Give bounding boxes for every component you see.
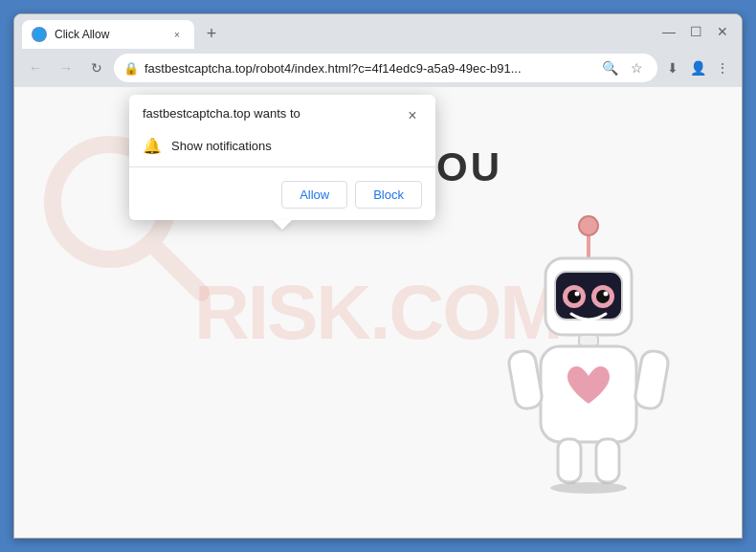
popup-permission-row: 🔔 Show notifications bbox=[129, 133, 435, 166]
svg-point-10 bbox=[575, 292, 580, 297]
search-icon[interactable]: 🔍 bbox=[598, 56, 621, 79]
svg-point-8 bbox=[567, 290, 581, 303]
svg-rect-15 bbox=[634, 349, 670, 410]
popup-header: fastbestcaptcha.top wants to × bbox=[129, 95, 435, 133]
tab-bar: 🌐 Click Allow × + bbox=[22, 14, 654, 49]
active-tab[interactable]: 🌐 Click Allow × bbox=[22, 20, 194, 49]
reload-button[interactable]: ↻ bbox=[83, 55, 110, 81]
popup-divider bbox=[129, 166, 435, 167]
profile-icon[interactable]: 👤 bbox=[686, 56, 709, 79]
address-bar-icons: 🔍 ☆ bbox=[598, 56, 648, 79]
popup-close-button[interactable]: × bbox=[403, 106, 422, 125]
maximize-button[interactable]: ☐ bbox=[684, 20, 707, 43]
close-window-button[interactable]: ✕ bbox=[711, 20, 734, 43]
tab-favicon: 🌐 bbox=[32, 27, 47, 42]
notification-popup: fastbestcaptcha.top wants to × 🔔 Show no… bbox=[129, 95, 435, 220]
url-text: fastbestcaptcha.top/robot4/index.html?c=… bbox=[145, 61, 592, 76]
lock-icon: 🔒 bbox=[123, 61, 139, 76]
title-bar: 🌐 Click Allow × + — ☐ ✕ bbox=[14, 14, 742, 49]
toolbar-right: ⬇ 👤 ⋮ bbox=[661, 56, 734, 79]
svg-point-11 bbox=[604, 292, 609, 297]
content-area: RISK.COM YOU bbox=[14, 87, 742, 538]
address-bar[interactable]: 🔒 fastbestcaptcha.top/robot4/index.html?… bbox=[114, 54, 657, 82]
minimize-button[interactable]: — bbox=[657, 20, 680, 43]
svg-rect-12 bbox=[579, 335, 598, 346]
svg-rect-14 bbox=[507, 349, 544, 410]
svg-rect-16 bbox=[558, 439, 581, 482]
bookmark-icon[interactable]: ☆ bbox=[625, 56, 648, 79]
forward-button[interactable]: → bbox=[53, 55, 79, 81]
svg-point-9 bbox=[596, 290, 610, 303]
back-button[interactable]: ← bbox=[22, 55, 49, 81]
robot-character bbox=[493, 212, 703, 519]
allow-button[interactable]: Allow bbox=[281, 181, 347, 209]
download-icon[interactable]: ⬇ bbox=[661, 56, 684, 79]
popup-title: fastbestcaptcha.top wants to bbox=[143, 106, 300, 121]
popup-arrow bbox=[273, 220, 292, 230]
tab-close-button[interactable]: × bbox=[169, 27, 185, 42]
new-tab-button[interactable]: + bbox=[198, 20, 225, 47]
popup-actions: Allow Block bbox=[129, 175, 435, 220]
window-controls: — ☐ ✕ bbox=[657, 20, 734, 43]
toolbar: ← → ↻ 🔒 fastbestcaptcha.top/robot4/index… bbox=[14, 49, 742, 87]
svg-point-3 bbox=[579, 216, 598, 235]
block-button[interactable]: Block bbox=[355, 181, 422, 209]
svg-rect-17 bbox=[596, 439, 619, 482]
browser-window: 🌐 Click Allow × + — ☐ ✕ ← → ↻ 🔒 fastbest… bbox=[13, 13, 743, 539]
bell-icon: 🔔 bbox=[143, 137, 162, 155]
permission-text: Show notifications bbox=[171, 139, 272, 153]
menu-icon[interactable]: ⋮ bbox=[711, 56, 734, 79]
svg-point-18 bbox=[550, 482, 627, 494]
tab-title: Click Allow bbox=[55, 28, 162, 41]
robot-svg bbox=[493, 212, 684, 499]
